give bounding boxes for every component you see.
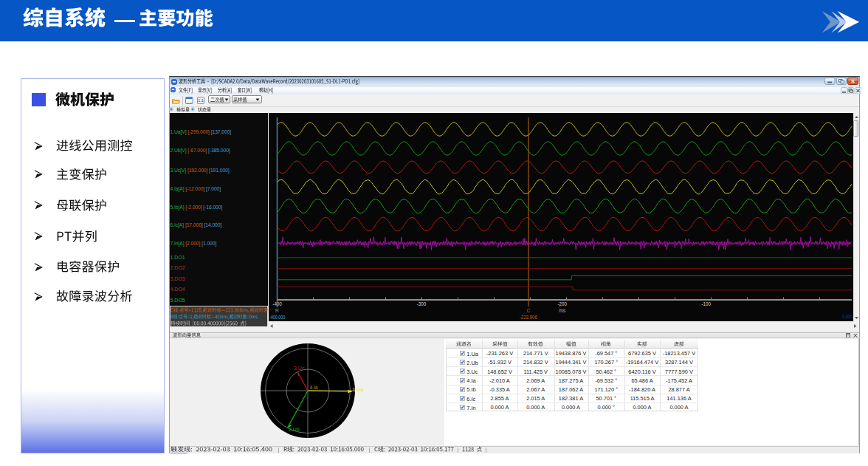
svg-text:-400.000: -400.000 (269, 315, 285, 320)
svg-text:C: C (526, 308, 530, 313)
svg-text:2.Ub: 2.Ub (289, 427, 300, 432)
svg-text:0.000: 0.000 (842, 314, 852, 319)
svg-text:1.Ua: 1.Ua (352, 386, 363, 391)
svg-text:R: R (275, 308, 279, 313)
svg-text:-300: -300 (416, 301, 426, 306)
svg-text:-200: -200 (557, 301, 567, 306)
svg-text:3.Uc: 3.Uc (294, 366, 305, 371)
svg-text:-100: -100 (701, 301, 711, 306)
svg-text:ms: ms (559, 308, 566, 313)
svg-text:-223.906: -223.906 (519, 315, 537, 320)
svg-text:1:1: 1:1 (198, 98, 204, 103)
svg-text:4.Ia: 4.Ia (309, 384, 317, 389)
